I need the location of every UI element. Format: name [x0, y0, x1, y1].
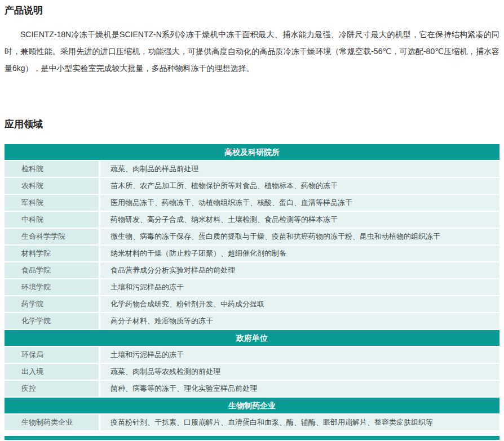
- row-value: 蔬菜、肉制品的样品前处理: [100, 161, 499, 177]
- table-row: 中科院药物研发、高分子合成、纳米材料、土壤检测、食品检测等的样本冻干: [5, 212, 499, 228]
- table-row: 生命科学学院微生物、病毒的冻干保存、蛋白质的提取与干燥、疫苗和抗癌药物的冻干粉、…: [5, 229, 499, 244]
- row-value: 药物研发、高分子合成、纳米材料、土壤检测、食品检测等的样本冻干: [100, 212, 499, 228]
- product-description-heading: 产品说明: [5, 5, 499, 17]
- table-row: 材料学院纳米材料的干燥（防止粒子团聚）、超细催化剂的制备: [5, 246, 499, 261]
- row-label: 材料学院: [5, 246, 99, 261]
- row-value: 菌种、病毒等的冻干、理化实验室样品前处理: [100, 381, 499, 397]
- row-label: 军科院: [5, 195, 99, 211]
- row-label: 中科院: [5, 212, 99, 228]
- row-value: 高分子材料、难溶物质等的冻干: [100, 313, 499, 329]
- row-label: 生物制药类企业: [5, 415, 99, 430]
- table-section-header: 政府单位: [5, 330, 499, 346]
- table-row: 环保局土壤和污泥样品的冻干: [5, 347, 499, 363]
- row-label: 环境学院: [5, 279, 99, 295]
- row-value: 化学药物合成研究、粉针剂开发、中药成分提取: [100, 296, 499, 312]
- table-row: 生物制药类企业疫苗粉针剂、干扰素、口服崩解片、血清蛋白和血浆、酶、辅酶、眼部用崩…: [5, 415, 499, 430]
- table-row: 食品学院食品营养成分分析实验对样品的前处理: [5, 262, 499, 278]
- table-section-header: 高校及科研院所: [5, 144, 499, 160]
- product-detail-page: 产品说明 SCIENTZ-18N冷冻干燥机是SCIENTZ-N系列冷冻干燥机中冻…: [0, 0, 504, 441]
- table-row: 疾控菌种、病毒等的冻干、理化实验室样品前处理: [5, 381, 499, 397]
- application-areas-heading: 应用领域: [5, 118, 499, 131]
- table-row: 检科院蔬菜、肉制品的样品前处理: [5, 161, 499, 177]
- table-row: 化学学院高分子材料、难溶物质等的冻干: [5, 313, 499, 329]
- row-label: 出入境: [5, 364, 99, 380]
- row-value: 疫苗粉针剂、干扰素、口服崩解片、血清蛋白和血浆、酶、辅酶、眼部用崩解片、整容类皮…: [100, 415, 499, 430]
- table-row: 药学院化学药物合成研究、粉针剂开发、中药成分提取: [5, 296, 499, 312]
- row-label: 检科院: [5, 161, 99, 177]
- row-value: 食品营养成分分析实验对样品的前处理: [100, 262, 499, 278]
- product-description-text: SCIENTZ-18N冷冻干燥机是SCIENTZ-N系列冷冻干燥机中冻干面积最大…: [5, 26, 499, 77]
- table-row: 出入境蔬菜、肉制品等农残检测的前处理: [5, 364, 499, 380]
- row-value: 苗木所、农产品加工所、植物保护所等对食品、植物标本、药物的冻干: [100, 178, 499, 194]
- table-row: 军科院医用物品冻干、药物冻干、动植物组织冻干、核酸、蛋白、血清等样品冻干: [5, 195, 499, 211]
- table-row: 农科院苗木所、农产品加工所、植物保护所等对食品、植物标本、药物的冻干: [5, 178, 499, 194]
- row-value: 土壤和污泥样品的冻干: [100, 347, 499, 363]
- row-label: 生命科学学院: [5, 229, 99, 244]
- row-label: 食品学院: [5, 262, 99, 278]
- row-value: 土壤和污泥样品的冻干: [100, 279, 499, 295]
- row-label: 农科院: [5, 178, 99, 194]
- row-label: 疾控: [5, 381, 99, 397]
- row-value: 微生物、病毒的冻干保存、蛋白质的提取与干燥、疫苗和抗癌药物的冻干粉、昆虫和动植物…: [100, 229, 499, 244]
- next-section-header-partial: [5, 436, 499, 440]
- table-section-header: 生物制药企业: [5, 398, 499, 413]
- row-value: 蔬菜、肉制品等农残检测的前处理: [100, 364, 499, 380]
- table-row: 环境学院土壤和污泥样品的冻干: [5, 279, 499, 295]
- row-label: 药学院: [5, 296, 99, 312]
- row-label: 化学学院: [5, 313, 99, 329]
- row-value: 医用物品冻干、药物冻干、动植物组织冻干、核酸、蛋白、血清等样品冻干: [100, 195, 499, 211]
- row-label: 环保局: [5, 347, 99, 363]
- row-value: 纳米材料的干燥（防止粒子团聚）、超细催化剂的制备: [100, 246, 499, 261]
- application-areas-table: 高校及科研院所检科院蔬菜、肉制品的样品前处理农科院苗木所、农产品加工所、植物保护…: [5, 144, 499, 430]
